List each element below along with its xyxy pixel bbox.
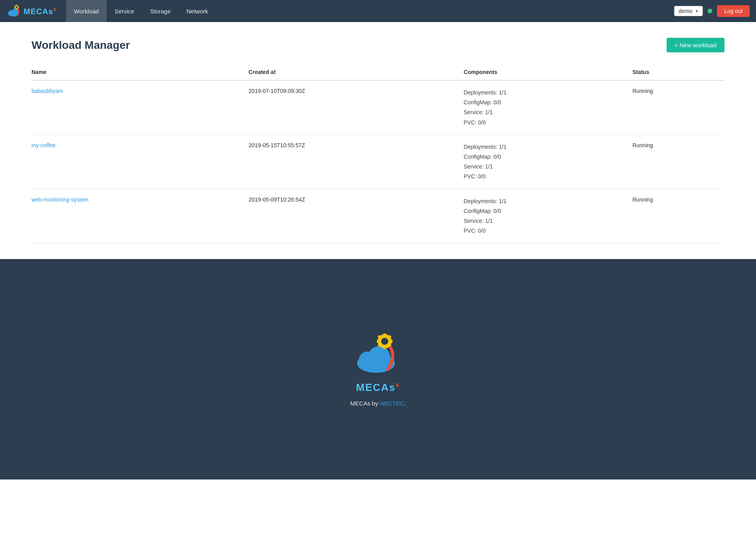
svg-rect-7 xyxy=(14,7,15,8)
footer-tagline: MECAs by NECTEC. xyxy=(350,400,406,407)
svg-point-11 xyxy=(368,346,390,368)
brand-name: MECAss xyxy=(24,6,57,16)
workload-link[interactable]: web-monitoring-system xyxy=(32,196,89,203)
page-header: Workload Manager + New workload xyxy=(32,38,724,52)
page-title: Workload Manager xyxy=(32,39,130,52)
svg-rect-14 xyxy=(383,333,386,336)
svg-rect-6 xyxy=(16,9,17,9)
svg-point-4 xyxy=(16,6,18,8)
svg-point-13 xyxy=(381,338,388,345)
cell-components: Deployments: 1/1ConfigMap: 0/0Service: 1… xyxy=(464,135,633,189)
col-components: Components xyxy=(464,64,633,80)
table-row: babasbbyam2019-07-10T09:09:30ZDeployment… xyxy=(32,80,724,135)
component-item: Deployments: 1/1 xyxy=(464,88,626,98)
cell-status: Running xyxy=(632,80,724,135)
nav-workload[interactable]: Workload xyxy=(66,0,107,22)
cell-name: babasbbyam xyxy=(32,80,248,135)
nav-service[interactable]: Service xyxy=(107,0,142,22)
footer: MECAss MECAs by NECTEC. xyxy=(0,259,756,479)
workload-table: Name Created at Components Status babasb… xyxy=(32,64,724,243)
col-name: Name xyxy=(32,64,248,80)
navbar: MECAss Workload Service Storage Network … xyxy=(0,0,756,22)
footer-tagline-prefix: MECAs by xyxy=(350,400,380,407)
component-item: PVC: 0/0 xyxy=(464,172,626,181)
component-item: Service: 1/1 xyxy=(464,107,626,117)
nav-links: Workload Service Storage Network xyxy=(66,0,674,22)
user-dropdown[interactable]: demo ▼ xyxy=(674,6,703,16)
navbar-right: demo ▼ Log out xyxy=(674,5,750,17)
col-status: Status xyxy=(632,64,724,80)
footer-brand-super: s xyxy=(396,382,400,389)
component-item: ConfigMap: 0/0 xyxy=(464,152,626,162)
svg-rect-17 xyxy=(390,340,393,343)
cell-components: Deployments: 1/1ConfigMap: 0/0Service: 1… xyxy=(464,80,633,135)
nav-network[interactable]: Network xyxy=(178,0,216,22)
component-item: PVC: 0/0 xyxy=(464,226,626,236)
svg-rect-15 xyxy=(383,346,386,349)
cell-created-at: 2019-07-10T09:09:30Z xyxy=(248,80,463,135)
component-item: ConfigMap: 0/0 xyxy=(464,206,626,216)
chevron-down-icon: ▼ xyxy=(695,9,699,13)
username-label: demo xyxy=(678,8,692,14)
component-item: Deployments: 1/1 xyxy=(464,196,626,206)
brand-logo xyxy=(6,3,22,19)
svg-rect-5 xyxy=(16,5,17,6)
component-item: PVC: 0/0 xyxy=(464,118,626,128)
footer-nectec-link[interactable]: NECTEC xyxy=(380,400,404,407)
cell-created-at: 2019-05-09T10:26:54Z xyxy=(248,189,463,243)
brand: MECAss xyxy=(6,3,57,19)
table-body: babasbbyam2019-07-10T09:09:30ZDeployment… xyxy=(32,80,724,243)
table-row: my-coffee2019-05-15T10:55:57ZDeployments… xyxy=(32,135,724,189)
component-item: Service: 1/1 xyxy=(464,216,626,226)
cell-status: Running xyxy=(632,135,724,189)
new-workload-button[interactable]: + New workload xyxy=(667,38,724,52)
nav-storage[interactable]: Storage xyxy=(142,0,179,22)
cell-name: web-monitoring-system xyxy=(32,189,248,243)
status-indicator xyxy=(708,9,712,13)
svg-rect-16 xyxy=(377,340,380,343)
component-item: Deployments: 1/1 xyxy=(464,142,626,152)
cell-status: Running xyxy=(632,189,724,243)
footer-brand-name: MECAss xyxy=(356,381,400,394)
brand-super: s xyxy=(53,6,57,12)
component-item: Service: 1/1 xyxy=(464,162,626,172)
cell-name: my-coffee xyxy=(32,135,248,189)
workload-link[interactable]: babasbbyam xyxy=(32,88,63,94)
logout-button[interactable]: Log out xyxy=(717,5,750,17)
cell-created-at: 2019-05-15T10:55:57Z xyxy=(248,135,463,189)
workload-link[interactable]: my-coffee xyxy=(32,142,56,148)
footer-logo xyxy=(352,332,404,375)
col-created-at: Created at xyxy=(248,64,463,80)
table-header: Name Created at Components Status xyxy=(32,64,724,80)
main-content: Workload Manager + New workload Name Cre… xyxy=(0,22,756,259)
cell-components: Deployments: 1/1ConfigMap: 0/0Service: 1… xyxy=(464,189,633,243)
table-row: web-monitoring-system2019-05-09T10:26:54… xyxy=(32,189,724,243)
svg-point-2 xyxy=(12,9,18,15)
svg-rect-8 xyxy=(18,7,19,8)
component-item: ConfigMap: 0/0 xyxy=(464,98,626,107)
footer-tagline-suffix: . xyxy=(404,400,406,407)
